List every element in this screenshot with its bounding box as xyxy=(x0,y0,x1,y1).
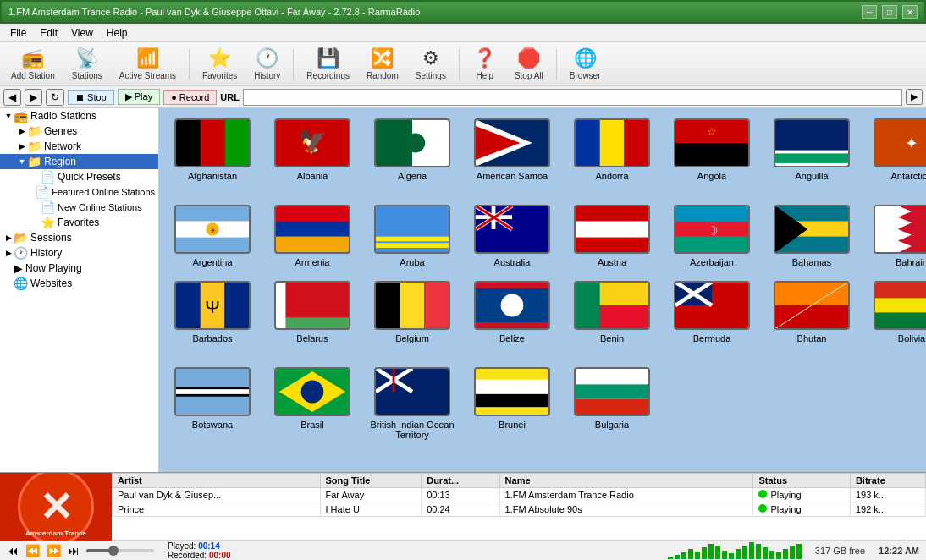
sidebar-item-quick-presets[interactable]: 📄 Quick Presets xyxy=(0,169,158,184)
flag-item-algeria[interactable]: ☽Algeria xyxy=(366,115,459,195)
menu-help[interactable]: Help xyxy=(100,25,135,41)
svg-rect-78 xyxy=(576,282,600,328)
volume-slider[interactable] xyxy=(86,549,154,552)
recordings-button[interactable]: 💾 Recordings xyxy=(299,44,357,84)
flag-item-barbados[interactable]: ΨBarbados xyxy=(166,277,259,357)
flag-item-brunei[interactable]: Brunei xyxy=(466,364,559,443)
active-streams-button[interactable]: 📶 Active Streams xyxy=(112,44,184,84)
sidebar-item-sessions[interactable]: ▶ 📂 Sessions xyxy=(0,230,158,245)
flag-item-belarus[interactable]: Belarus xyxy=(266,277,359,357)
flag-item-belize[interactable]: Belize xyxy=(466,277,559,357)
flags-content[interactable]: Afghanistan🦅Albania☽AlgeriaAmerican Samo… xyxy=(159,108,926,472)
maximize-button[interactable]: □ xyxy=(882,5,897,19)
sidebar-item-favorites[interactable]: ⭐ Favorites xyxy=(0,215,158,230)
sidebar-item-genres[interactable]: ▶ 📁 Genres xyxy=(0,124,158,139)
flag-item-bulgaria[interactable]: Bulgaria xyxy=(565,364,659,443)
sidebar-item-radio-stations[interactable]: ▼ 📻 Radio Stations xyxy=(0,108,158,124)
sidebar-item-network[interactable]: ▶ 📁 Network xyxy=(0,139,158,154)
flag-item-belgium[interactable]: Belgium xyxy=(366,277,459,357)
menu-file[interactable]: File xyxy=(3,25,33,41)
flag-item-botswana[interactable]: Botswana xyxy=(166,364,259,443)
play-button[interactable]: ▶ Play xyxy=(118,89,160,105)
flag-image xyxy=(574,205,650,254)
nav-forward-button[interactable]: ▶ xyxy=(25,89,42,106)
toolbar-separator-3 xyxy=(459,49,460,80)
random-icon: 🔀 xyxy=(371,47,394,69)
expand-radio-stations[interactable]: ▼ xyxy=(3,112,14,120)
sidebar-item-websites[interactable]: 🌐 Websites xyxy=(0,276,158,291)
flag-item-bermuda[interactable]: Bermuda xyxy=(665,277,758,357)
flag-item-benin[interactable]: Benin xyxy=(565,277,659,357)
sidebar-item-now-playing[interactable]: ▶ Now Playing xyxy=(0,261,158,276)
url-go-button[interactable]: ▶ xyxy=(906,89,923,105)
volume-knob[interactable] xyxy=(108,546,119,556)
flag-item-bolivia[interactable]: Bolivia xyxy=(865,277,926,357)
nav-back-button[interactable]: ◀ xyxy=(3,89,21,106)
flag-name: Bhutan xyxy=(797,333,827,343)
stop-button[interactable]: ⏹ Stop xyxy=(68,90,114,105)
close-button[interactable]: ✕ xyxy=(902,5,918,19)
streams-table: Artist Song Title Durat... Name Status B… xyxy=(112,473,926,540)
flag-item-anguilla[interactable]: Anguilla xyxy=(765,115,858,195)
stream-status: Playing xyxy=(753,502,850,517)
history-button[interactable]: 🕐 History xyxy=(246,44,288,84)
expand-genres[interactable]: ▶ xyxy=(17,127,27,135)
add-station-button[interactable]: 📻 Add Station xyxy=(3,44,63,84)
sidebar-item-history[interactable]: ▶ 🕐 History xyxy=(0,245,158,261)
url-input[interactable] xyxy=(243,89,902,106)
browser-icon: 🌐 xyxy=(574,47,597,69)
expand-network[interactable]: ▶ xyxy=(17,142,27,151)
help-button[interactable]: ❓ Help xyxy=(465,44,505,84)
stations-button[interactable]: 📡 Stations xyxy=(64,44,110,84)
flag-image xyxy=(274,281,350,330)
flag-item-bahrain[interactable]: Bahrain xyxy=(865,201,926,271)
spectrum-bar xyxy=(796,544,802,559)
title-text: 1.FM Amsterdam Trance Radio - Paul van D… xyxy=(8,7,420,17)
flag-image xyxy=(874,205,926,254)
flag-item-angola[interactable]: ☆Angola xyxy=(665,115,758,195)
sidebar-item-new-online[interactable]: 📄 New Online Stations xyxy=(0,200,158,215)
refresh-button[interactable]: ↻ xyxy=(46,89,64,106)
flag-item-afghanistan[interactable]: Afghanistan xyxy=(166,115,259,195)
stream-row[interactable]: Prince I Hate U 00:24 1.FM Absolute 90s … xyxy=(113,502,926,517)
flag-item-aruba[interactable]: Aruba xyxy=(366,201,459,271)
flag-item-brasil[interactable]: Brasil xyxy=(266,364,359,443)
rewind-button[interactable]: ⏪ xyxy=(25,544,40,557)
favorites-button[interactable]: ⭐ Favorites xyxy=(195,44,245,84)
flag-item-bahamas[interactable]: Bahamas xyxy=(765,201,858,271)
sidebar-item-featured[interactable]: 📄 Featured Online Stations xyxy=(0,184,158,200)
menu-view[interactable]: View xyxy=(64,25,100,41)
expand-sessions[interactable]: ▶ xyxy=(3,233,14,242)
record-button[interactable]: ● Record xyxy=(163,90,217,105)
flag-item-british-indian-ocean-territory[interactable]: British Indian Ocean Territory xyxy=(366,364,459,443)
flag-name: Belgium xyxy=(395,333,429,343)
random-button[interactable]: 🔀 Random xyxy=(359,44,406,84)
menu-edit[interactable]: Edit xyxy=(33,25,64,41)
settings-button[interactable]: ⚙ Settings xyxy=(408,44,454,84)
flag-item-albania[interactable]: 🦅Albania xyxy=(266,115,359,195)
expand-region[interactable]: ▼ xyxy=(17,157,27,166)
flag-item-american-samoa[interactable]: American Samoa xyxy=(466,115,559,195)
svg-rect-35 xyxy=(276,237,349,253)
flag-item-bhutan[interactable]: Bhutan xyxy=(765,277,858,357)
flag-item-andorra[interactable]: Andorra xyxy=(565,115,659,195)
prev-button[interactable]: ⏮ xyxy=(7,544,19,557)
expand-history[interactable]: ▶ xyxy=(3,249,14,257)
browser-button[interactable]: 🌐 Browser xyxy=(562,44,609,84)
flag-item-azerbaijan[interactable]: ☽Azerbaijan xyxy=(665,201,758,271)
stream-row[interactable]: Paul van Dyk & Giusep... Far Away 00:13 … xyxy=(113,488,926,502)
stop-all-button[interactable]: 🛑 Stop All xyxy=(507,44,551,84)
flag-name: American Samoa xyxy=(477,171,548,181)
flag-item-antarctica[interactable]: ✦Antarctica xyxy=(865,115,926,195)
next-button[interactable]: ⏭ xyxy=(68,544,80,557)
flag-item-australia[interactable]: Australia xyxy=(466,201,559,271)
col-name: Name xyxy=(499,474,753,488)
flag-item-austria[interactable]: Austria xyxy=(565,201,659,271)
sidebar-item-region[interactable]: ▼ 📁 Region xyxy=(0,154,158,169)
now-playing-icon: ▶ xyxy=(14,261,23,275)
forward-button[interactable]: ⏩ xyxy=(47,544,61,557)
minimize-button[interactable]: ─ xyxy=(862,5,877,19)
flag-item-armenia[interactable]: Armenia xyxy=(266,201,359,271)
flag-name: Andorra xyxy=(595,171,628,181)
flag-item-argentina[interactable]: ☀Argentina xyxy=(166,201,259,271)
